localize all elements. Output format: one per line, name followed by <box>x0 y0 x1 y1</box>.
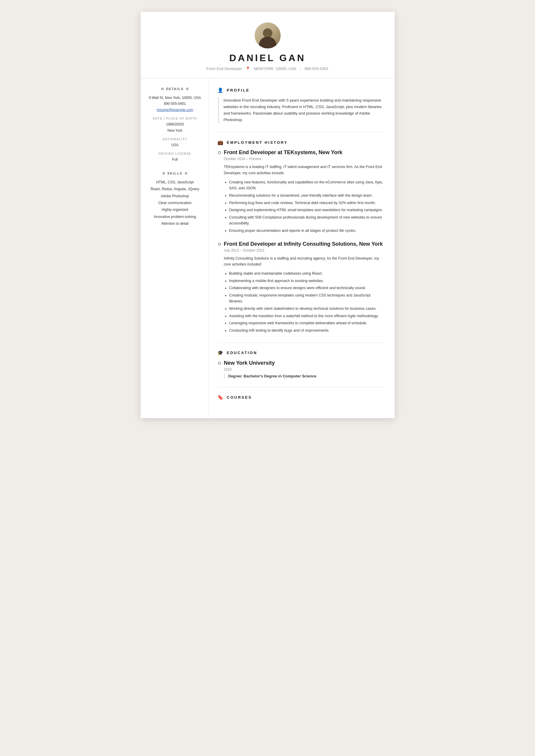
courses-section-title: 🔖 COURSES <box>218 394 384 400</box>
resume-name: DANIEL GAN <box>153 53 383 64</box>
sidebar-dob: 1989/20/03 New York <box>148 122 202 133</box>
avatar-container <box>153 22 383 48</box>
job-entry: Front End Developer at TEKsystems, New Y… <box>218 149 384 233</box>
header-location: NEWYORK, 10005, USA <box>254 67 296 71</box>
job-bullet: Conducting A/B testing to identify bugs … <box>229 328 384 334</box>
job-bullet: Creating new features, functionality and… <box>229 179 384 191</box>
job-timeline <box>218 151 221 154</box>
details-dot-left <box>161 88 164 90</box>
education-section-title: 🎓 EDUCATION <box>218 350 384 356</box>
job-bullet: Working directly with client stakeholder… <box>229 306 384 312</box>
job-bullets: Building stable and maintainable codebas… <box>224 271 384 334</box>
edu-timeline <box>218 362 221 365</box>
sidebar-address: 9 Wall St, New York, 10005, USA 890-555-… <box>148 95 202 113</box>
job-bullet: Building stable and maintainable codebas… <box>229 271 384 277</box>
main-content: 👤 PROFILE Innovative Front End Developer… <box>209 78 395 418</box>
job-bullet: Recommending solutions for a streamlined… <box>229 193 384 199</box>
avatar <box>255 22 281 48</box>
dob-label: DATE / PLACE OF BIRTH <box>148 117 202 120</box>
timeline-dot <box>218 243 221 246</box>
courses-section: 🔖 COURSES <box>218 394 384 400</box>
skills-section-title: SKILLS <box>148 172 202 175</box>
profile-text: Innovative Front End Developer with 5 ye… <box>218 97 384 123</box>
resume-subtitle: Front End Developer 📍 NEWYORK, 10005, US… <box>153 67 383 71</box>
edu-timeline-dot <box>218 362 221 365</box>
details-section-title: DETAILS <box>148 87 202 91</box>
divider-3 <box>218 387 384 388</box>
job-bullet: Collaborating with designers to ensure d… <box>229 285 384 291</box>
job-title-text: Front End Developer at Infinity Consulti… <box>224 241 384 247</box>
sidebar-license: Full <box>148 156 202 162</box>
job-bullet: Designing and implementing HTML email te… <box>229 207 384 213</box>
job-entry: Front End Developer at Infinity Consulti… <box>218 241 384 334</box>
skills-dot-left <box>162 172 165 175</box>
resume-header: DANIEL GAN Front End Developer 📍 NEWYORK… <box>141 12 395 78</box>
job-bullet: Leveraging responsive web frameworks to … <box>229 320 384 326</box>
sidebar-nationality: USA <box>148 142 202 148</box>
job-description: TEKsystems is a leading IT staffing, IT … <box>224 164 384 176</box>
sidebar-details-section: DETAILS 9 Wall St, New York, 10005, USA … <box>148 87 202 163</box>
divider-2 <box>218 342 384 343</box>
sidebar: DETAILS 9 Wall St, New York, 10005, USA … <box>141 78 209 418</box>
details-label: DETAILS <box>166 87 184 91</box>
skills-list: HTML, CSS, JavaScriptReact, Redux, Angul… <box>148 179 202 227</box>
divider-1 <box>218 132 384 132</box>
employment-section-title: 💼 EMPLOYMENT HISTORY <box>218 139 384 145</box>
edu-year: 2010 <box>224 367 384 371</box>
job-timeline <box>218 243 221 246</box>
details-dot-right <box>186 88 188 90</box>
job-bullet: Creating modular, responsive templates u… <box>229 292 384 305</box>
employment-section: 💼 EMPLOYMENT HISTORY Front End Developer… <box>218 139 384 334</box>
edu-container: New York University 2010 Degree: Bachelo… <box>218 360 384 378</box>
skills-label: SKILLS <box>167 172 182 175</box>
job-bullets: Creating new features, functionality and… <box>224 179 384 234</box>
job-title: Front End Developer <box>207 67 242 71</box>
resume-body: DETAILS 9 Wall St, New York, 10005, USA … <box>141 78 395 418</box>
sidebar-skills-section: SKILLS HTML, CSS, JavaScriptReact, Redux… <box>148 172 202 227</box>
header-divider: | <box>300 67 301 71</box>
location-icon: 📍 <box>245 67 250 71</box>
job-bullet: Assisting with the transition from a wat… <box>229 313 384 319</box>
job-dates: July 2013 – October 2015 <box>224 248 384 253</box>
jobs-container: Front End Developer at TEKsystems, New Y… <box>218 149 384 334</box>
job-dates: October 2016 – Present <box>224 157 384 161</box>
profile-section-title: 👤 PROFILE <box>218 87 384 93</box>
header-phone: 890-555-0401 <box>305 67 328 71</box>
timeline-dot <box>218 151 221 154</box>
edu-degree: Degree: Bachelor's Degree in Computer Sc… <box>224 374 384 378</box>
job-bullet: Consulting with 508 Compliance professio… <box>229 214 384 227</box>
education-icon: 🎓 <box>218 350 224 356</box>
job-bullet: Ensuring proper documentation and report… <box>229 228 384 234</box>
job-description: Infinity Consulting Solutions is a staff… <box>224 256 384 268</box>
courses-icon: 🔖 <box>218 394 224 400</box>
job-title-text: Front End Developer at TEKsystems, New Y… <box>224 149 384 156</box>
resume-page: DANIEL GAN Front End Developer 📍 NEWYORK… <box>141 12 395 418</box>
license-label: DRIVING LICENSE <box>148 152 202 155</box>
profile-icon: 👤 <box>218 87 224 93</box>
job-bullet: Implementing a mobile-first approach to … <box>229 278 384 284</box>
job-bullet: Performing bug fixes and code reviews. T… <box>229 200 384 206</box>
skills-dot-right <box>185 172 187 175</box>
sidebar-email[interactable]: resume@example.com <box>156 108 193 112</box>
employment-icon: 💼 <box>218 139 224 145</box>
nationality-label: NATIONALITY <box>148 138 202 141</box>
edu-school: New York University <box>224 360 384 366</box>
edu-entry: New York University 2010 Degree: Bachelo… <box>218 360 384 378</box>
education-section: 🎓 EDUCATION New York University 2010 Deg… <box>218 350 384 378</box>
profile-section: 👤 PROFILE Innovative Front End Developer… <box>218 87 384 123</box>
